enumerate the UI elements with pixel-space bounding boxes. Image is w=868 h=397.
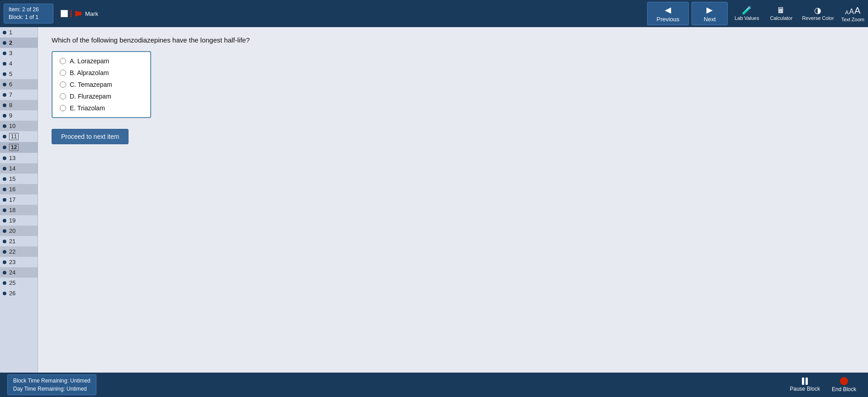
toolbar-right: 🧪 Lab Values 🖩 Calculator ◑ Reverse Colo… — [733, 5, 864, 22]
sidebar-item[interactable]: 12 — [0, 142, 38, 153]
sidebar-item[interactable]: 6 — [0, 79, 38, 90]
sidebar-item[interactable]: 1 — [0, 27, 38, 38]
proceed-btn-wrapper: Proceed to next item — [52, 129, 854, 144]
sidebar-item-number: 5 — [9, 71, 12, 77]
sidebar-item[interactable]: 11 — [0, 131, 38, 142]
lab-values-button[interactable]: 🧪 Lab Values — [733, 6, 760, 21]
sidebar-item-number: 26 — [9, 290, 15, 297]
sidebar-dot-icon — [3, 93, 6, 97]
sidebar-item[interactable]: 24 — [0, 267, 38, 278]
main-container: 1234567891011121314151617181920212223242… — [0, 27, 868, 373]
next-arrow-icon: ▶ — [706, 5, 713, 15]
sidebar-dot-icon — [3, 146, 6, 149]
sidebar-dot-icon — [3, 124, 6, 128]
pause-bar-right — [806, 378, 808, 385]
sidebar-item[interactable]: 4 — [0, 58, 38, 69]
answer-radio-c[interactable] — [60, 81, 66, 88]
time-line2: Day Time Remaining: Untimed — [13, 385, 91, 393]
sidebar-item[interactable]: 26 — [0, 288, 38, 298]
pause-block-button[interactable]: Pause Block — [785, 375, 825, 394]
answer-radio-a[interactable] — [60, 58, 66, 64]
sidebar-item[interactable]: 21 — [0, 236, 38, 246]
pause-bar-left — [802, 378, 804, 385]
calculator-label: Calculator — [770, 15, 793, 21]
sidebar-item[interactable]: 23 — [0, 257, 38, 267]
answer-option[interactable]: C. Temazepam — [60, 81, 143, 88]
sidebar-item[interactable]: 22 — [0, 246, 38, 257]
sidebar-item[interactable]: 15 — [0, 174, 38, 184]
sidebar-dot-icon — [3, 114, 6, 118]
sidebar-dot-icon — [3, 219, 6, 222]
sidebar-item[interactable]: 14 — [0, 163, 38, 174]
sidebar-item-number: 2 — [9, 39, 12, 46]
mark-area[interactable]: Mark — [61, 10, 98, 17]
answer-radio-b[interactable] — [60, 70, 66, 76]
sidebar-dot-icon — [3, 72, 6, 76]
sidebar-item[interactable]: 3 — [0, 48, 38, 58]
sidebar-dot-icon — [3, 104, 6, 107]
previous-button[interactable]: ◀ Previous — [647, 2, 689, 25]
pause-block-label: Pause Block — [790, 386, 820, 392]
mark-checkbox[interactable] — [61, 10, 68, 17]
answer-options-box: A. LorazepamB. AlprazolamC. TemazepamD. … — [52, 51, 151, 118]
answer-option-label: B. Alprazolam — [70, 69, 109, 76]
sidebar-item[interactable]: 25 — [0, 278, 38, 288]
sidebar-dot-icon — [3, 177, 6, 181]
reverse-color-label: Reverse Color — [802, 15, 834, 21]
proceed-button[interactable]: Proceed to next item — [52, 129, 129, 144]
sidebar: 1234567891011121314151617181920212223242… — [0, 27, 38, 373]
sidebar-item-number: 22 — [9, 248, 15, 255]
answer-option-label: C. Temazepam — [70, 81, 112, 88]
item-info-line1: Item: 2 of 26 — [9, 6, 48, 14]
reverse-color-icon: ◑ — [814, 6, 821, 14]
sidebar-item-number: 1 — [9, 29, 12, 36]
sidebar-item[interactable]: 9 — [0, 110, 38, 121]
answer-radio-d[interactable] — [60, 93, 66, 99]
sidebar-item-number: 7 — [9, 91, 12, 98]
answer-option-label: E. Triazolam — [70, 104, 105, 112]
item-info-line2: Block: 1 of 1 — [9, 14, 48, 21]
stop-icon — [840, 377, 848, 385]
sidebar-item[interactable]: 17 — [0, 194, 38, 205]
answer-option[interactable]: B. Alprazolam — [60, 69, 143, 76]
sidebar-item[interactable]: 20 — [0, 226, 38, 236]
calculator-button[interactable]: 🖩 Calculator — [768, 6, 795, 21]
reverse-color-button[interactable]: ◑ Reverse Color — [802, 6, 834, 21]
sidebar-item[interactable]: 16 — [0, 184, 38, 194]
text-zoom-button[interactable]: AAA Text Zoom — [841, 5, 864, 22]
lab-values-label: Lab Values — [734, 15, 759, 21]
sidebar-item[interactable]: 8 — [0, 100, 38, 110]
sidebar-dot-icon — [3, 41, 6, 45]
sidebar-item[interactable]: 19 — [0, 215, 38, 226]
time-line1: Block Time Remaining: Untimed — [13, 377, 91, 385]
sidebar-item[interactable]: 13 — [0, 153, 38, 163]
sidebar-item[interactable]: 2 — [0, 38, 38, 48]
sidebar-dot-icon — [3, 208, 6, 212]
end-block-button[interactable]: End Block — [827, 375, 861, 394]
sidebar-dot-icon — [3, 31, 6, 34]
sidebar-item[interactable]: 18 — [0, 205, 38, 215]
sidebar-dot-icon — [3, 135, 6, 138]
sidebar-item[interactable]: 5 — [0, 69, 38, 79]
next-button[interactable]: ▶ Next — [692, 2, 728, 25]
sidebar-dot-icon — [3, 167, 6, 170]
previous-label: Previous — [657, 16, 680, 23]
sidebar-dot-icon — [3, 271, 6, 274]
answer-option[interactable]: D. Flurazepam — [60, 93, 143, 100]
sidebar-dot-icon — [3, 240, 6, 243]
question-text: Which of the following benzodiazepines h… — [52, 36, 854, 44]
text-zoom-icon: AAA — [845, 5, 860, 16]
sidebar-item[interactable]: 10 — [0, 121, 38, 131]
end-block-label: End Block — [832, 386, 856, 392]
sidebar-dot-icon — [3, 156, 6, 160]
sidebar-item-number: 20 — [9, 227, 15, 234]
sidebar-dot-icon — [3, 188, 6, 191]
answer-option[interactable]: E. Triazolam — [60, 104, 143, 112]
sidebar-item-number: 13 — [9, 155, 15, 161]
answer-radio-e[interactable] — [60, 105, 66, 111]
answer-option[interactable]: A. Lorazepam — [60, 57, 143, 65]
next-label: Next — [704, 16, 716, 23]
sidebar-dot-icon — [3, 292, 6, 295]
lab-values-icon: 🧪 — [742, 6, 752, 14]
sidebar-item[interactable]: 7 — [0, 90, 38, 100]
